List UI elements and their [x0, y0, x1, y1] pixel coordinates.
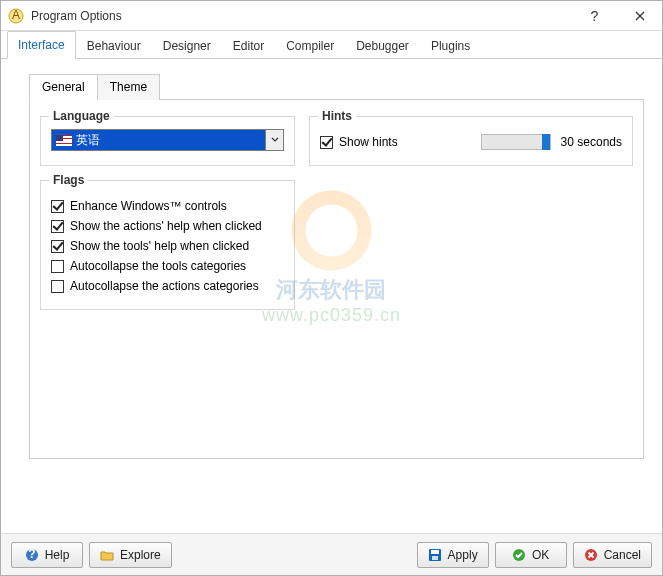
flag-autocollapse-actions[interactable]: Autocollapse the actions categories — [51, 279, 284, 293]
flag-label: Show the tools' help when clicked — [70, 239, 249, 253]
general-panel: Language 英语 Hints — [29, 99, 644, 459]
svg-text:A: A — [12, 8, 20, 22]
language-legend: Language — [49, 109, 114, 123]
cancel-button[interactable]: Cancel — [573, 542, 652, 568]
flags-group: Flags Enhance Windows™ controls Show the… — [40, 180, 295, 310]
flag-autocollapse-tools[interactable]: Autocollapse the tools categories — [51, 259, 284, 273]
flag-enhance-windows-controls[interactable]: Enhance Windows™ controls — [51, 199, 284, 213]
svg-text:?: ? — [28, 548, 35, 561]
checkbox-icon — [51, 240, 64, 253]
checkbox-icon — [51, 260, 64, 273]
flag-icon — [56, 135, 72, 146]
subtab-general[interactable]: General — [29, 74, 98, 100]
ok-button[interactable]: OK — [495, 542, 567, 568]
hints-legend: Hints — [318, 109, 356, 123]
tab-plugins[interactable]: Plugins — [420, 32, 481, 59]
help-button[interactable]: ? Help — [11, 542, 83, 568]
hints-duration-slider[interactable] — [481, 134, 551, 150]
window-title: Program Options — [31, 9, 572, 23]
save-icon — [428, 548, 442, 562]
checkbox-icon — [51, 220, 64, 233]
checkbox-icon — [320, 136, 333, 149]
subtab-theme[interactable]: Theme — [97, 74, 160, 100]
tab-compiler[interactable]: Compiler — [275, 32, 345, 59]
check-icon — [512, 548, 526, 562]
help-icon: ? — [25, 548, 39, 562]
tab-debugger[interactable]: Debugger — [345, 32, 420, 59]
show-hints-checkbox[interactable]: Show hints — [320, 135, 398, 149]
help-label: Help — [45, 548, 70, 562]
language-value: 英语 — [76, 132, 100, 149]
explore-label: Explore — [120, 548, 161, 562]
category-tabstrip: Interface Behaviour Designer Editor Comp… — [1, 31, 662, 59]
svg-rect-5 — [431, 550, 439, 554]
explore-button[interactable]: Explore — [89, 542, 172, 568]
chevron-down-icon — [271, 137, 279, 143]
language-selected: 英语 — [52, 130, 265, 150]
app-icon: A — [8, 8, 24, 24]
folder-icon — [100, 548, 114, 562]
tab-editor[interactable]: Editor — [222, 32, 275, 59]
language-group: Language 英语 — [40, 116, 295, 166]
flag-label: Autocollapse the actions categories — [70, 279, 259, 293]
flag-label: Enhance Windows™ controls — [70, 199, 227, 213]
svg-rect-6 — [432, 556, 438, 560]
program-options-window: A Program Options ? Interface Behaviour … — [0, 0, 663, 576]
flag-show-actions-help[interactable]: Show the actions' help when clicked — [51, 219, 284, 233]
tab-behaviour[interactable]: Behaviour — [76, 32, 152, 59]
ok-label: OK — [532, 548, 549, 562]
tab-designer[interactable]: Designer — [152, 32, 222, 59]
checkbox-icon — [51, 280, 64, 293]
apply-button[interactable]: Apply — [417, 542, 489, 568]
help-titlebar-button[interactable]: ? — [572, 1, 617, 31]
flag-show-tools-help[interactable]: Show the tools' help when clicked — [51, 239, 284, 253]
flag-label: Autocollapse the tools categories — [70, 259, 246, 273]
top-row: Language 英语 Hints — [40, 110, 633, 166]
content-area: 河东软件园 www.pc0359.cn General Theme Langua… — [1, 59, 662, 533]
language-dropdown-button[interactable] — [265, 130, 283, 150]
button-bar: ? Help Explore Apply OK Ca — [1, 533, 662, 575]
flags-legend: Flags — [49, 173, 88, 187]
titlebar: A Program Options ? — [1, 1, 662, 31]
close-button[interactable] — [617, 1, 662, 31]
show-hints-label: Show hints — [339, 135, 398, 149]
flag-label: Show the actions' help when clicked — [70, 219, 262, 233]
tab-interface[interactable]: Interface — [7, 31, 76, 59]
slider-thumb[interactable] — [542, 134, 550, 150]
close-icon — [635, 11, 645, 21]
hints-group: Hints Show hints 30 seconds — [309, 116, 633, 166]
checkbox-icon — [51, 200, 64, 213]
language-combo[interactable]: 英语 — [51, 129, 284, 151]
apply-label: Apply — [448, 548, 478, 562]
cancel-icon — [584, 548, 598, 562]
cancel-label: Cancel — [604, 548, 641, 562]
hints-duration-value: 30 seconds — [561, 135, 622, 149]
subtabstrip: General Theme — [29, 73, 644, 99]
